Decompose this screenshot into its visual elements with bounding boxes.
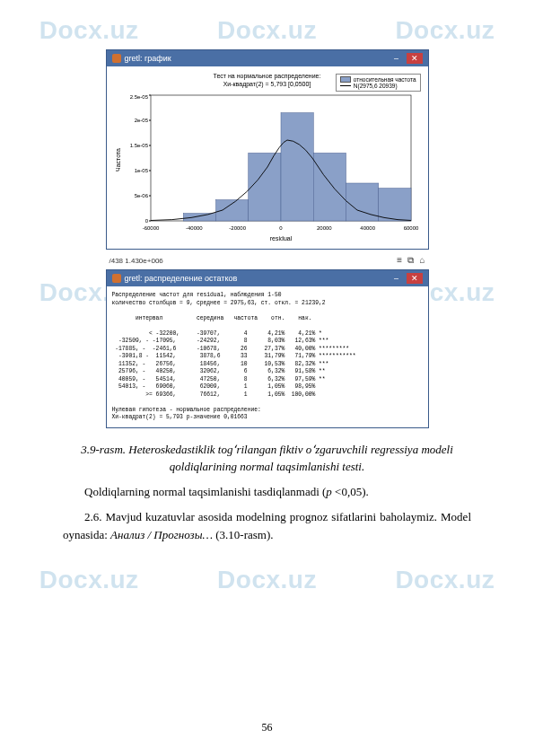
- svg-text:2.5e-05: 2.5e-05: [129, 94, 148, 100]
- svg-rect-22: [248, 154, 280, 222]
- watermark: Docx.uz: [39, 16, 139, 45]
- paragraph-2: 2.6. Mavjud kuzatuvlar asosida modelning…: [63, 508, 471, 544]
- home-icon[interactable]: ⌂: [419, 255, 425, 265]
- svg-rect-24: [313, 154, 346, 222]
- close-button[interactable]: ✕: [407, 53, 423, 64]
- watermark: Docx.uz: [217, 566, 317, 594]
- copy-icon[interactable]: ⧉: [407, 255, 414, 265]
- watermark: Docx.uz: [395, 566, 495, 594]
- svg-text:0: 0: [144, 218, 148, 224]
- chart-titlebar: gretl: график – ✕: [107, 50, 428, 66]
- residuals-titlebar: gretl: распределение остатков – ✕: [107, 270, 428, 286]
- minimize-button[interactable]: –: [389, 53, 405, 64]
- legend-hist: относительная частота: [354, 76, 416, 83]
- svg-text:5e-06: 5e-06: [134, 193, 148, 198]
- para2-tail: (3.10-rasm).: [213, 528, 274, 541]
- svg-rect-21: [215, 200, 248, 222]
- caption-line1: 3.9-rasm. Heteroskedastiklik togʻrilanga…: [81, 443, 453, 456]
- histogram-chart: 0 5e-06 1e-05 1.5e-05 2e-05 2.5e-05 -600…: [110, 88, 425, 245]
- legend-curve: N(2975,6 20939): [354, 83, 398, 89]
- para1-text: Qoldiqlarning normal taqsimlanishi tasdi…: [84, 485, 326, 498]
- hamburger-icon[interactable]: ≡: [397, 255, 402, 265]
- watermark: Docx.uz: [395, 16, 495, 45]
- svg-text:-40000: -40000: [185, 225, 202, 231]
- svg-text:1.5e-05: 1.5e-05: [129, 143, 148, 148]
- minimize-button[interactable]: –: [389, 273, 405, 284]
- legend-swatch-icon: [340, 76, 351, 83]
- svg-rect-23: [281, 113, 313, 221]
- chart-window: gretl: график – ✕ Тест на нормальное рас…: [106, 49, 429, 250]
- watermark-row: Docx.uz Docx.uz Docx.uz: [0, 16, 534, 45]
- x-axis-label: residual: [269, 235, 292, 242]
- caption-line2: qoldiqlarining normal taqsimlanishi test…: [170, 460, 364, 473]
- paragraph-1: Qoldiqlarning normal taqsimlanishi tasdi…: [63, 483, 471, 501]
- residuals-window: gretl: распределение остатков – ✕ Распре…: [106, 269, 429, 428]
- svg-text:-20000: -20000: [229, 225, 246, 231]
- chart-body: Тест на нормальное распределение: Хи-ква…: [107, 66, 428, 249]
- svg-text:-60000: -60000: [142, 225, 159, 231]
- chart-window-title: gretl: график: [125, 54, 171, 63]
- figure-caption: 3.9-rasm. Heteroskedastiklik togʻrilanga…: [63, 441, 471, 476]
- svg-rect-26: [378, 189, 410, 221]
- chart-legend: относительная частота N(2975,6 20939): [336, 74, 421, 92]
- residuals-window-title: gretl: распределение остатков: [125, 274, 238, 283]
- svg-text:40000: 40000: [360, 225, 375, 231]
- close-button[interactable]: ✕: [407, 273, 423, 284]
- watermark: Docx.uz: [217, 16, 317, 45]
- para1-tail: <0,05).: [332, 485, 369, 498]
- app-icon: [112, 274, 121, 283]
- toolbar-path: /438 1.430e+006: [109, 257, 163, 265]
- svg-text:2e-05: 2e-05: [134, 118, 148, 123]
- legend-line-icon: [340, 85, 351, 86]
- svg-rect-20: [183, 214, 215, 221]
- page-number: 56: [0, 721, 534, 734]
- toolbar-icons: ≡ ⧉ ⌂: [393, 255, 425, 266]
- watermark: Docx.uz: [39, 566, 139, 594]
- svg-text:0: 0: [279, 225, 283, 231]
- watermark-row: Docx.uz Docx.uz Docx.uz: [0, 566, 534, 594]
- svg-text:60000: 60000: [403, 225, 418, 231]
- svg-text:20000: 20000: [316, 225, 331, 231]
- svg-text:1e-05: 1e-05: [134, 168, 148, 173]
- toolbar-strip: /438 1.430e+006 ≡ ⧉ ⌂: [106, 253, 429, 268]
- para2-menu: Анализ / Прогнозы…: [110, 528, 213, 541]
- app-icon: [112, 54, 121, 63]
- residuals-output: Распределение частот для residual, наблю…: [107, 286, 428, 427]
- page-content: gretl: график – ✕ Тест на нормальное рас…: [63, 49, 471, 544]
- y-axis-label: Частота: [115, 148, 121, 171]
